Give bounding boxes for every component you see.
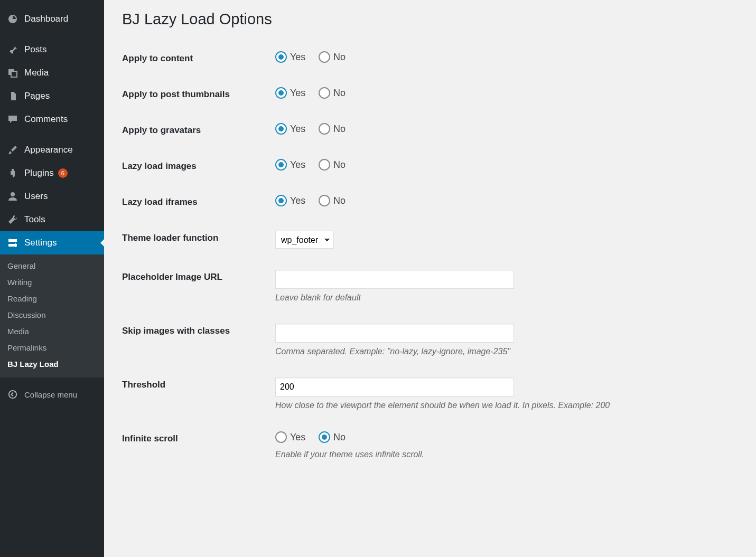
field-label-placeholder-url: Placeholder Image URL (122, 259, 275, 313)
sidebar-item-label: Comments (24, 114, 68, 125)
apply-content-no[interactable]: No (319, 51, 351, 63)
sidebar-item-plugins[interactable]: Plugins 6 (0, 162, 104, 185)
main-content: BJ Lazy Load Options Apply to content Ye… (104, 0, 756, 557)
infinite-scroll-no[interactable]: No (319, 431, 351, 443)
apply-gravatars-yes[interactable]: Yes (275, 123, 311, 135)
sliders-icon (6, 237, 19, 249)
option-no-label: No (333, 52, 346, 63)
collapse-menu-label: Collapse menu (24, 390, 77, 399)
apply-content-no-radio[interactable] (319, 51, 330, 63)
settings-submenu: General Writing Reading Discussion Media… (0, 254, 104, 377)
field-label-threshold: Threshold (122, 367, 275, 421)
lazy-images-yes-radio[interactable] (275, 159, 287, 171)
lazy-iframes-no[interactable]: No (319, 195, 351, 206)
option-yes-label: Yes (290, 195, 305, 206)
pin-icon (6, 43, 19, 56)
lazy-images-no[interactable]: No (319, 159, 351, 171)
sidebar-item-label: Settings (24, 238, 57, 248)
skip-classes-desc: Comma separated. Example: "no-lazy, lazy… (275, 347, 736, 356)
sidebar-item-comments[interactable]: Comments (0, 108, 104, 131)
sidebar-item-label: Posts (24, 44, 47, 55)
plugins-update-badge: 6 (58, 168, 68, 178)
submenu-item-reading[interactable]: Reading (0, 290, 104, 307)
field-label-skip-classes: Skip images with classes (122, 313, 275, 367)
placeholder-url-desc: Leave blank for default (275, 293, 736, 303)
brush-icon (6, 144, 19, 156)
sidebar-item-pages[interactable]: Pages (0, 84, 104, 108)
apply-gravatars-yes-radio[interactable] (275, 123, 287, 135)
svg-point-1 (9, 391, 16, 398)
infinite-scroll-yes-radio[interactable] (275, 431, 287, 443)
option-no-label: No (333, 88, 346, 99)
sidebar-item-users[interactable]: Users (0, 185, 104, 208)
sidebar-item-tools[interactable]: Tools (0, 208, 104, 231)
apply-content-yes[interactable]: Yes (275, 51, 311, 63)
placeholder-url-input[interactable] (275, 270, 514, 289)
threshold-input[interactable] (275, 377, 514, 396)
submenu-item-discussion[interactable]: Discussion (0, 307, 104, 323)
lazy-iframes-no-radio[interactable] (319, 195, 330, 206)
field-label-apply-thumbs: Apply to post thumbnails (122, 77, 275, 112)
option-yes-label: Yes (290, 88, 305, 99)
admin-sidebar: Dashboard Posts Media Pages Comments App… (0, 0, 104, 557)
option-yes-label: Yes (290, 52, 305, 63)
infinite-scroll-yes[interactable]: Yes (275, 431, 311, 443)
apply-gravatars-no-radio[interactable] (319, 123, 330, 135)
sidebar-item-label: Tools (24, 214, 45, 225)
option-no-label: No (333, 159, 346, 171)
sidebar-item-label: Media (24, 68, 49, 78)
collapse-icon (6, 388, 19, 401)
submenu-item-permalinks[interactable]: Permalinks (0, 339, 104, 356)
apply-thumbs-no-radio[interactable] (319, 87, 330, 99)
field-label-theme-loader: Theme loader function (122, 220, 275, 259)
field-label-apply-content: Apply to content (122, 41, 275, 77)
sidebar-item-settings[interactable]: Settings (0, 231, 104, 254)
field-label-infinite-scroll: Infinite scroll (122, 421, 275, 470)
threshold-desc: How close to the viewport the element sh… (275, 401, 736, 410)
wrench-icon (6, 213, 19, 226)
option-no-label: No (333, 124, 346, 135)
sidebar-item-media[interactable]: Media (0, 61, 104, 84)
skip-classes-input[interactable] (275, 324, 514, 343)
lazy-iframes-yes[interactable]: Yes (275, 195, 311, 206)
lazy-images-no-radio[interactable] (319, 159, 330, 171)
theme-loader-select[interactable]: wp_footer (275, 231, 334, 249)
infinite-scroll-desc: Enable if your theme uses infinite scrol… (275, 450, 736, 459)
collapse-menu-button[interactable]: Collapse menu (0, 383, 104, 406)
user-icon (6, 190, 19, 203)
option-no-label: No (333, 195, 346, 206)
comment-icon (6, 113, 19, 126)
option-yes-label: Yes (290, 432, 305, 443)
sidebar-item-label: Users (24, 191, 48, 202)
page-title: BJ Lazy Load Options (122, 11, 741, 28)
submenu-item-writing[interactable]: Writing (0, 274, 104, 290)
option-yes-label: Yes (290, 124, 305, 135)
sidebar-item-label: Appearance (24, 145, 73, 155)
media-icon (6, 67, 19, 79)
sidebar-item-label: Dashboard (24, 14, 68, 24)
apply-thumbs-yes-radio[interactable] (275, 87, 287, 99)
apply-content-yes-radio[interactable] (275, 51, 287, 63)
apply-thumbs-yes[interactable]: Yes (275, 87, 311, 99)
apply-gravatars-no[interactable]: No (319, 123, 351, 135)
submenu-item-general[interactable]: General (0, 258, 104, 274)
sidebar-item-appearance[interactable]: Appearance (0, 138, 104, 162)
svg-point-0 (11, 192, 15, 196)
field-label-lazy-iframes: Lazy load iframes (122, 184, 275, 220)
sidebar-item-dashboard[interactable]: Dashboard (0, 7, 104, 31)
option-yes-label: Yes (290, 159, 305, 171)
sidebar-item-label: Pages (24, 91, 50, 101)
lazy-iframes-yes-radio[interactable] (275, 195, 287, 206)
sidebar-item-label: Plugins (24, 168, 54, 178)
infinite-scroll-no-radio[interactable] (319, 431, 330, 443)
lazy-images-yes[interactable]: Yes (275, 159, 311, 171)
settings-form: Apply to content Yes No Apply to post th… (122, 41, 741, 470)
sidebar-item-posts[interactable]: Posts (0, 38, 104, 61)
plug-icon (6, 167, 19, 180)
submenu-item-bj-lazy-load[interactable]: BJ Lazy Load (0, 356, 104, 372)
field-label-lazy-images: Lazy load images (122, 148, 275, 184)
apply-thumbs-no[interactable]: No (319, 87, 351, 99)
page-icon (6, 90, 19, 102)
submenu-item-media[interactable]: Media (0, 323, 104, 339)
dashboard-icon (6, 13, 19, 25)
